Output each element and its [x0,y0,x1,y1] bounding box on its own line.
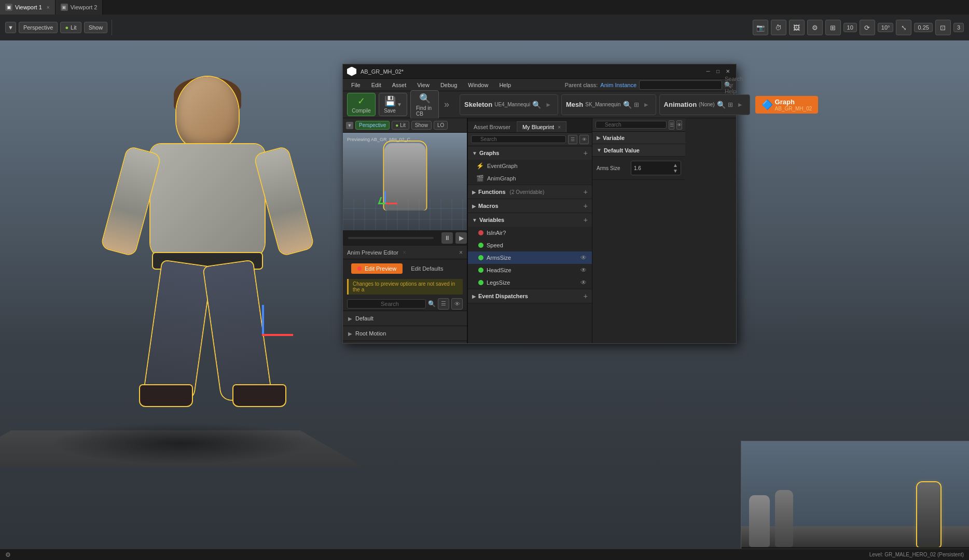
arms-size-spin-icon[interactable]: ▲▼ [673,162,678,174]
mini-vp-lit-btn[interactable]: ● Lit [392,121,409,130]
functions-add-btn[interactable]: + [584,188,588,196]
parent-class-value[interactable]: Anim Instance [600,82,636,88]
anim-preview-close-icon[interactable]: × [459,249,463,256]
viewport-tab-2[interactable]: ▣ Viewport 2 [56,0,103,15]
var-headsize-label: HeadSize [487,267,577,273]
menu-view[interactable]: View [413,81,434,89]
viewport-dropdown-toggle[interactable]: ▼ [5,22,16,33]
skeleton-section: Skeleton UE4_Mannequi 🔍 ► [460,94,558,115]
var-detail-list-btn[interactable]: ☰ [669,120,674,130]
mini-vp-extra-btn[interactable]: LO [434,121,448,130]
toolbar-camera-icon-btn[interactable]: 📷 [753,20,768,35]
edit-preview-button[interactable]: Edit Preview [351,263,403,274]
status-icon[interactable]: ⚙ [5,551,11,558]
blueprint-list-btn[interactable]: ☰ [568,135,577,144]
mini-vp-perspective-btn[interactable]: Perspective [355,121,390,130]
save-button[interactable]: 💾 Save ▼ [379,93,407,116]
toolbar-screenshot-btn[interactable]: 🖼 [789,20,805,35]
lit-icon: ● [65,24,68,31]
perspective-toggle[interactable]: Perspective [19,22,58,33]
var-armssize-item[interactable]: ArmsSize 👁 [468,251,592,264]
blueprint-search-input[interactable] [471,135,566,143]
toolbar-realtime-btn[interactable]: ⏱ [771,20,786,35]
lit-label: Lit [71,24,77,31]
var-legssize-eye-icon[interactable]: 👁 [580,279,587,286]
category-optimization-header[interactable]: ▶ Optimization [343,341,467,343]
var-headsize-item[interactable]: HeadSize 👁 [468,264,592,276]
compile-icon: ✓ [357,95,365,107]
arms-size-value[interactable]: 1.6 ▲▼ [631,161,681,175]
functions-section-header[interactable]: ▶ Functions (2 Overridable) + [468,185,592,199]
toolbar-resize-icon[interactable]: ⤡ [896,20,911,35]
mesh-grid-icon[interactable]: ⊞ [634,101,639,108]
close-button[interactable]: ✕ [724,67,732,76]
toolbar-grid-size[interactable]: 10 [843,23,857,32]
anim-search-eye-btn[interactable]: 👁 [451,298,463,310]
var-armssize-eye-icon[interactable]: 👁 [580,254,587,261]
status-bar: ⚙ Level: GR_MALE_HERO_02 (Persistent) [0,549,969,560]
menu-asset[interactable]: Asset [388,81,411,89]
event-dispatchers-header[interactable]: ▶ Event Dispatchers + [468,289,592,303]
event-graph-item[interactable]: ⚡ EventGraph [468,160,592,172]
var-headsize-eye-icon[interactable]: 👁 [580,267,587,274]
macros-add-btn[interactable]: + [584,202,588,210]
var-detail-eye-btn[interactable]: 👁 [676,120,682,130]
mini-vp-dropdown[interactable]: ▼ [346,122,353,129]
graphs-section-header[interactable]: ▼ Graphs + [468,146,592,160]
toolbar-settings-btn[interactable]: ⚙ [807,20,823,35]
category-default-header[interactable]: ▶ Default [343,311,467,326]
toolbar-snap-icon[interactable]: ⟳ [860,20,875,35]
my-blueprint-tab-close[interactable]: × [558,124,561,130]
menu-window[interactable]: Window [464,81,492,89]
find-in-cb-button[interactable]: 🔍 Find in CB [410,90,439,119]
toolbar-grid-btn[interactable]: ⊞ [825,20,841,35]
menu-help[interactable]: Help [495,81,515,89]
var-detail-search-input[interactable] [596,121,667,129]
viewport-tab-1-close[interactable]: × [47,5,50,10]
event-dispatchers-add-btn[interactable]: + [584,292,588,300]
graphs-add-btn[interactable]: + [584,149,588,157]
mini-char-3 [917,482,940,547]
anim-search-input[interactable] [347,299,426,309]
anim-search-list-btn[interactable]: ☰ [438,298,449,310]
toolbar-count: 3 [953,23,964,32]
viewport-tab-1[interactable]: ▣ Viewport 1 × [0,0,56,15]
my-blueprint-tab[interactable]: My Blueprint × [517,121,566,132]
playback-bar[interactable] [348,237,434,239]
animation-search-icon[interactable]: 🔍 [717,101,726,109]
skeleton-search-icon[interactable]: 🔍 [532,101,541,109]
lit-toggle[interactable]: ● Lit [60,22,81,33]
maximize-button[interactable]: □ [714,67,722,76]
animation-grid-icon[interactable]: ⊞ [728,101,733,108]
pause-button[interactable]: ⏸ [441,232,453,244]
help-search-input[interactable] [639,80,722,90]
category-root-motion-header[interactable]: ▶ Root Motion [343,326,467,341]
anim-graph-item[interactable]: 🎬 AnimGraph [468,172,592,185]
menu-file[interactable]: File [347,81,365,89]
variables-arrow: ▼ [472,217,477,223]
var-legssize-item[interactable]: LegsSize 👁 [468,276,592,289]
panel-tabs: Asset Browser My Blueprint × [468,118,592,133]
play-forward-button[interactable]: ▶ [455,232,467,244]
blueprint-eye-btn[interactable]: 👁 [579,135,589,144]
show-button[interactable]: Show [84,22,108,33]
mini-vp-show-btn[interactable]: Show [411,121,432,130]
toolbar-zoom[interactable]: 0.25 [914,23,932,32]
toolbar-snap-angle[interactable]: 10° [878,23,894,32]
edit-defaults-button[interactable]: Edit Defaults [407,263,447,274]
macros-section-header[interactable]: ▶ Macros + [468,199,592,213]
event-dispatchers-section: ▶ Event Dispatchers + [468,289,592,303]
var-speed-item[interactable]: Speed [468,239,592,251]
mesh-search-icon[interactable]: 🔍 [623,101,632,109]
variables-section-header[interactable]: ▼ Variables + [468,213,592,227]
menu-edit[interactable]: Edit [367,81,385,89]
asset-browser-tab[interactable]: Asset Browser [468,121,516,132]
toolbar-expand-btn[interactable]: » [442,97,451,112]
var-isinair-item[interactable]: IsInAir? [468,227,592,239]
toolbar-extra-btn[interactable]: ⊡ [935,20,951,35]
variables-add-btn[interactable]: + [584,216,588,224]
compile-button[interactable]: ✓ Compile [347,93,376,116]
graph-button[interactable]: 🔷 Graph AB_GR_MH_02 [755,96,819,114]
menu-debug[interactable]: Debug [436,81,461,89]
minimize-button[interactable]: ─ [704,67,712,76]
